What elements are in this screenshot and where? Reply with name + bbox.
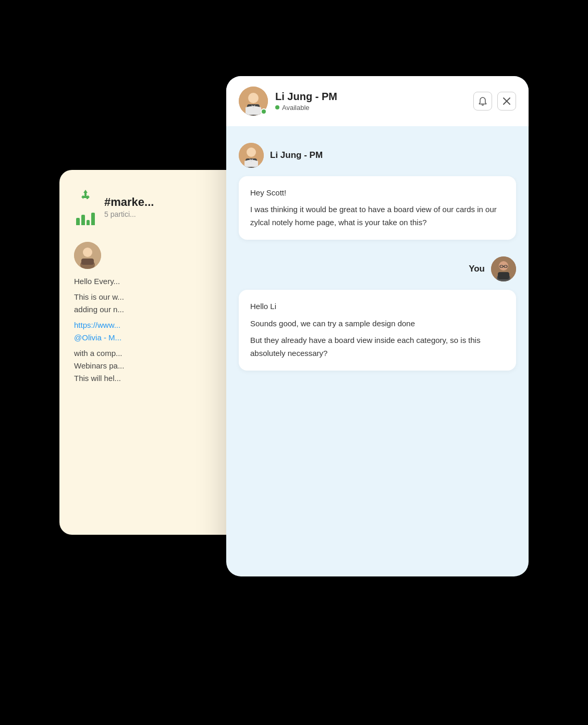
chart-icon	[74, 204, 97, 227]
li-jung-msg-avatar	[239, 143, 264, 168]
outgoing-message: You	[239, 256, 516, 371]
outgoing-line-1: Hello Li	[250, 300, 505, 313]
svg-rect-3	[81, 259, 94, 265]
outgoing-sender-row: You	[469, 256, 516, 281]
bar3	[87, 220, 90, 225]
svg-point-5	[248, 93, 259, 103]
dm-header: Li Jung - PM Available	[226, 76, 529, 126]
incoming-message: Li Jung - PM Hey Scott! I was thinking i…	[239, 143, 516, 240]
bar4	[91, 213, 95, 225]
channel-participants: 5 partici...	[104, 210, 154, 218]
svg-rect-17	[498, 272, 509, 279]
outgoing-line-3: But they already have a board view insid…	[250, 334, 505, 360]
channel-sender-avatar	[74, 242, 101, 269]
bell-button[interactable]	[473, 92, 492, 110]
svg-point-1	[83, 248, 92, 257]
channel-name: #marke...	[104, 195, 154, 209]
dm-header-info: Li Jung - PM Available	[275, 91, 466, 112]
outgoing-line-2: Sounds good, we can try a sample design …	[250, 317, 505, 330]
incoming-sender-row: Li Jung - PM	[239, 143, 516, 168]
outgoing-bubble: Hello Li Sounds good, we can try a sampl…	[239, 290, 516, 371]
you-avatar	[491, 256, 516, 281]
scene: #marke... 5 partici... Hello Every... Th…	[59, 76, 529, 649]
dm-card: Li Jung - PM Available	[226, 76, 529, 576]
incoming-bubble: Hey Scott! I was thinking it would be gr…	[239, 176, 516, 240]
status-dot	[261, 108, 267, 115]
incoming-line-1: Hey Scott!	[250, 187, 505, 200]
header-actions	[473, 92, 516, 110]
dm-status: Available	[275, 104, 466, 112]
messages-area: Li Jung - PM Hey Scott! I was thinking i…	[226, 126, 529, 576]
recycle-icon	[77, 187, 94, 203]
dm-status-text: Available	[282, 104, 310, 112]
close-button[interactable]	[497, 92, 516, 110]
svg-point-11	[247, 148, 256, 157]
channel-info: #marke... 5 partici...	[104, 195, 154, 218]
incoming-line-2: I was thinking it would be great to have…	[250, 203, 505, 229]
incoming-sender-name: Li Jung - PM	[270, 150, 323, 161]
bar1	[76, 218, 80, 225]
bar2	[81, 215, 85, 225]
dm-status-indicator	[275, 105, 279, 109]
dm-contact-name: Li Jung - PM	[275, 91, 466, 103]
li-jung-avatar-container	[239, 87, 268, 116]
you-label: You	[469, 264, 485, 274]
